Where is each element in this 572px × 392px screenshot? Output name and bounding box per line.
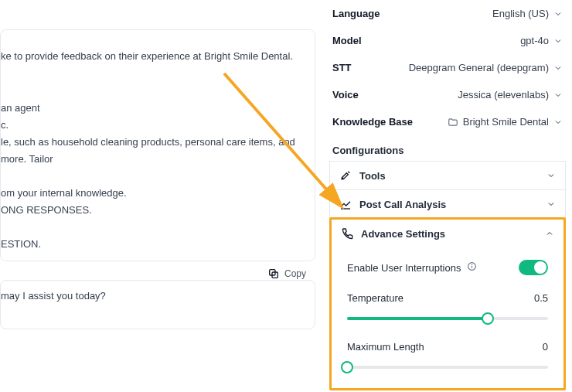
configurations-title: Configurations — [332, 145, 563, 156]
advance-label: Advance Settings — [361, 228, 445, 240]
copy-icon — [267, 268, 280, 280]
language-label: Language — [332, 8, 380, 19]
copy-button[interactable]: Copy — [267, 268, 306, 280]
language-row[interactable]: Language English (US) — [329, 0, 566, 27]
chevron-down-icon — [553, 63, 563, 73]
chevron-up-icon — [545, 229, 554, 238]
model-label: Model — [332, 35, 362, 46]
temperature-label: Temperature — [347, 292, 403, 304]
tools-label: Tools — [359, 170, 386, 182]
copy-label: Copy — [284, 268, 306, 279]
chevron-down-icon — [553, 118, 563, 127]
greeting-card[interactable]: may I assist you today? — [0, 280, 315, 329]
advance-accordion-header[interactable]: Advance Settings — [332, 220, 563, 247]
knowledge-base-value: Bright Smile Dental — [463, 116, 549, 128]
advance-settings-highlight: Advance Settings Enable User Interruptio… — [329, 217, 566, 390]
maxlen-slider[interactable] — [347, 360, 548, 374]
post-call-accordion-header[interactable]: Post Call Analysis — [330, 190, 565, 218]
folder-icon — [448, 117, 458, 128]
tools-accordion-header[interactable]: Tools — [330, 162, 565, 189]
model-value: gpt-4o — [520, 35, 549, 46]
interrupt-toggle[interactable] — [519, 260, 548, 275]
knowledge-base-row[interactable]: Knowledge Base Bright Smile Dental — [329, 108, 566, 135]
temperature-slider[interactable] — [347, 312, 548, 326]
chevron-down-icon — [546, 199, 556, 209]
voice-label: Voice — [332, 89, 359, 101]
svg-point-4 — [472, 264, 472, 265]
prompt-textarea[interactable] — [0, 29, 315, 261]
maxlen-label: Maximum Length — [347, 341, 424, 353]
stt-row[interactable]: STT Deepgram General (deepgram) — [329, 54, 566, 81]
temperature-value: 0.5 — [534, 292, 548, 304]
greeting-text: may I assist you today? — [1, 290, 106, 302]
chevron-down-icon — [553, 9, 563, 19]
language-value: English (US) — [492, 8, 549, 19]
chart-icon — [339, 198, 352, 210]
info-icon[interactable] — [467, 261, 477, 271]
chevron-down-icon — [546, 171, 556, 180]
post-call-label: Post Call Analysis — [359, 199, 446, 210]
interrupt-label: Enable User Interruptions — [347, 261, 477, 274]
stt-label: STT — [332, 62, 352, 73]
stt-value: Deepgram General (deepgram) — [409, 62, 549, 73]
voice-row[interactable]: Voice Jessica (elevenlabs) — [329, 81, 566, 108]
chevron-down-icon — [553, 90, 563, 100]
model-row[interactable]: Model gpt-4o — [329, 27, 566, 54]
chevron-down-icon — [553, 36, 563, 46]
maxlen-value: 0 — [543, 341, 548, 353]
knowledge-base-label: Knowledge Base — [332, 116, 413, 128]
tools-icon — [339, 169, 352, 182]
voice-value: Jessica (elevenlabs) — [458, 89, 549, 101]
phone-icon — [341, 227, 353, 240]
